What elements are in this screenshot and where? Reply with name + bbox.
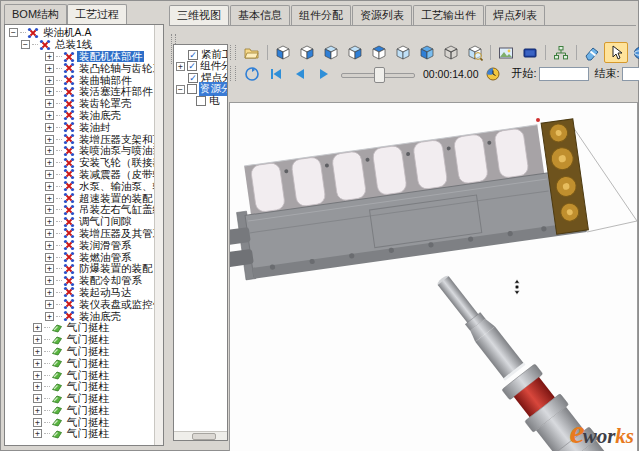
3d-viewport[interactable]: eworks <box>229 102 638 451</box>
tree-node-operation-13[interactable]: +吊装左右气缸盖结合 <box>7 204 163 216</box>
view-bottom-button[interactable] <box>391 42 415 63</box>
start-time-input[interactable] <box>539 67 589 81</box>
tree-expander-icon[interactable]: + <box>45 99 54 108</box>
zoom-fit-button[interactable] <box>463 42 487 63</box>
step-back-button[interactable] <box>288 63 312 84</box>
tree-node-tappet-0[interactable]: +气门挺柱 <box>7 322 163 334</box>
tree-expander-icon[interactable]: + <box>45 111 54 120</box>
tree-expander-icon[interactable]: + <box>45 146 54 155</box>
view-left-button[interactable] <box>319 42 343 63</box>
tree-node-operation-12[interactable]: +超速装置的装配 <box>7 192 163 204</box>
orbit-mode-button[interactable] <box>628 42 639 63</box>
engine-block-model[interactable] <box>230 119 589 283</box>
filter-checkbox[interactable] <box>187 84 197 94</box>
assembly-structure-button[interactable] <box>549 42 573 63</box>
tree-node-operation-11[interactable]: +水泵、输油泵、转速 <box>7 180 163 192</box>
tree-node-tappet-8[interactable]: +气门挺柱 <box>7 416 163 428</box>
tree-node-operation-1[interactable]: +装凸轮轴与齿轮系部 <box>7 62 163 74</box>
filter-checkbox[interactable]: ✓ <box>187 61 197 71</box>
tree-root-diesel-engine[interactable]: −柴油机A.A <box>7 27 163 39</box>
clock-button[interactable] <box>481 63 505 84</box>
tree-node-tappet-5[interactable]: +气门挺柱 <box>7 381 163 393</box>
tree-expander-icon[interactable]: + <box>45 52 54 61</box>
tree-expander-icon[interactable]: + <box>33 371 42 380</box>
tree-scrollbar[interactable] <box>154 25 163 445</box>
tree-node-operation-16[interactable]: +装润滑管系 <box>7 239 163 251</box>
tree-node-operation-15[interactable]: +装增压器及其管系 <box>7 228 163 240</box>
measure-tool-button[interactable] <box>580 42 604 63</box>
left-tab-1[interactable]: 工艺过程 <box>67 4 127 24</box>
select-mode-button[interactable] <box>604 42 628 63</box>
filter-expander-icon[interactable]: + <box>176 62 185 71</box>
tree-node-operation-19[interactable]: +装配冷却管系 <box>7 275 163 287</box>
main-tab-1[interactable]: 基本信息 <box>230 5 290 25</box>
tree-node-operation-9[interactable]: +安装飞轮（联接器） <box>7 157 163 169</box>
filter-checkbox[interactable]: ✓ <box>188 50 198 60</box>
toolbar-grip-handle[interactable] <box>230 66 236 81</box>
tree-node-operation-10[interactable]: +装减震器（皮带轮） <box>7 169 163 181</box>
tree-node-operation-21[interactable]: +装仪表盘或监控仪 <box>7 298 163 310</box>
tree-expander-icon[interactable]: + <box>33 429 42 438</box>
tree-expander-icon[interactable]: + <box>45 135 54 144</box>
tree-expander-icon[interactable]: + <box>33 418 42 427</box>
play-button[interactable] <box>312 63 336 84</box>
view-right-button[interactable] <box>343 42 367 63</box>
view-isometric-button[interactable] <box>415 42 439 63</box>
tree-node-tappet-6[interactable]: +气门挺柱 <box>7 393 163 405</box>
tree-expander-icon[interactable]: + <box>45 276 54 285</box>
filter-expander-icon[interactable]: − <box>176 85 185 94</box>
main-tab-3[interactable]: 资源列表 <box>352 5 412 25</box>
left-tab-0[interactable]: BOM结构 <box>4 4 67 24</box>
open-process-file-button[interactable] <box>240 42 264 63</box>
tree-expander-icon[interactable]: + <box>45 264 54 273</box>
view-top-button[interactable] <box>367 42 391 63</box>
go-to-start-button[interactable] <box>264 63 288 84</box>
filter-checkbox[interactable] <box>196 96 206 106</box>
toolbar-grip-handle[interactable] <box>230 45 236 60</box>
tree-node-operation-4[interactable]: +装齿轮罩壳 <box>7 98 163 110</box>
tree-expander-icon[interactable]: + <box>33 406 42 415</box>
tree-expander-icon[interactable]: + <box>45 288 54 297</box>
capture-screen-button[interactable] <box>518 42 542 63</box>
tree-expander-icon[interactable]: − <box>9 28 18 37</box>
tree-expander-icon[interactable]: + <box>45 170 54 179</box>
tree-expander-icon[interactable]: + <box>33 359 42 368</box>
process-tree[interactable]: −柴油机A.A−总装1线+装配机体部件+装凸轮轴与齿轮系部+装曲轴部件+装活塞连… <box>4 24 164 446</box>
tree-node-tappet-7[interactable]: +气门挺柱 <box>7 405 163 417</box>
tree-node-tappet-9[interactable]: +气门挺柱 <box>7 428 163 440</box>
tree-expander-icon[interactable]: + <box>45 300 54 309</box>
tree-node-operation-18[interactable]: +防爆装置的装配 <box>7 263 163 275</box>
tree-expander-icon[interactable]: + <box>45 229 54 238</box>
end-time-input[interactable] <box>622 67 639 81</box>
tree-expander-icon[interactable]: + <box>45 205 54 214</box>
view-back-button[interactable] <box>295 42 319 63</box>
loop-playback-button[interactable] <box>240 63 264 84</box>
main-tab-4[interactable]: 工艺输出件 <box>413 5 484 25</box>
tree-node-operation-7[interactable]: +装增压器支架和顶面 <box>7 133 163 145</box>
tree-node-operation-20[interactable]: +装起动马达 <box>7 287 163 299</box>
tree-node-operation-14[interactable]: +调气门间隙 <box>7 216 163 228</box>
main-tab-2[interactable]: 组件分配 <box>291 5 351 25</box>
tree-node-operation-17[interactable]: +装燃油管系 <box>7 251 163 263</box>
tree-expander-icon[interactable]: + <box>33 323 42 332</box>
tree-expander-icon[interactable]: + <box>33 382 42 391</box>
main-tab-5[interactable]: 焊点列表 <box>485 5 545 25</box>
tree-node-tappet-2[interactable]: +气门挺柱 <box>7 346 163 358</box>
tree-expander-icon[interactable]: + <box>45 64 54 73</box>
main-tab-0[interactable]: 三维视图 <box>169 5 229 25</box>
tree-node-operation-3[interactable]: +装活塞连杆部件 <box>7 86 163 98</box>
timeline-slider[interactable] <box>341 66 415 82</box>
tree-expander-icon[interactable]: + <box>45 241 54 250</box>
tree-node-operation-22[interactable]: +装油底壳 <box>7 310 163 322</box>
tree-node-tappet-3[interactable]: +气门挺柱 <box>7 357 163 369</box>
tree-expander-icon[interactable]: + <box>45 194 54 203</box>
tree-node-operation-0[interactable]: +装配机体部件 <box>7 51 163 63</box>
tree-node-operation-8[interactable]: +装喷油泵与喷油泵传 <box>7 145 163 157</box>
filter-checkbox[interactable]: ✓ <box>188 73 198 83</box>
tree-expander-icon[interactable]: + <box>33 347 42 356</box>
tree-node-operation-2[interactable]: +装曲轴部件 <box>7 74 163 86</box>
filter-item-4[interactable]: 电 <box>174 95 227 107</box>
tree-node-tappet-1[interactable]: +气门挺柱 <box>7 334 163 346</box>
tree-expander-icon[interactable]: + <box>45 253 54 262</box>
tree-node-operation-5[interactable]: +装油底壳 <box>7 110 163 122</box>
